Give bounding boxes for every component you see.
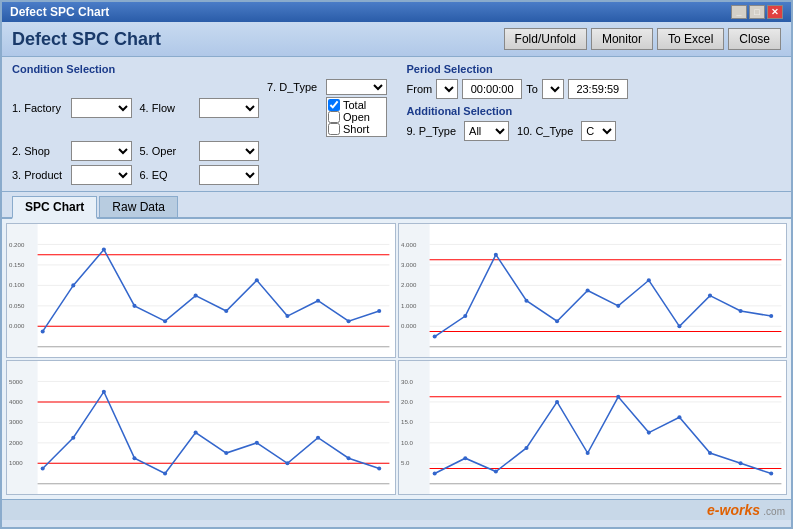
svg-rect-0 <box>7 224 395 357</box>
factory-select[interactable] <box>71 98 132 118</box>
chart-svg-3: 5000 4000 3000 2000 1000 <box>7 361 395 494</box>
tab-raw-data[interactable]: Raw Data <box>99 196 178 217</box>
flow-select[interactable] <box>199 98 260 118</box>
flow-label: 4. Flow <box>140 102 195 114</box>
chart-svg-4: 30.0 20.0 15.0 10.0 5.0 <box>399 361 787 494</box>
svg-point-43 <box>585 288 589 292</box>
svg-text:10.0: 10.0 <box>401 439 413 446</box>
svg-text:3000: 3000 <box>9 418 23 425</box>
svg-point-41 <box>524 299 528 303</box>
short-label: Short <box>343 123 369 135</box>
svg-point-68 <box>102 390 106 394</box>
title-bar-text: Defect SPC Chart <box>10 5 109 19</box>
product-select[interactable] <box>71 165 132 185</box>
svg-point-20 <box>347 319 351 323</box>
from-time-input[interactable] <box>462 79 522 99</box>
svg-point-70 <box>163 471 167 475</box>
svg-text:1000: 1000 <box>9 459 23 466</box>
oper-row: 5. Oper <box>140 141 260 161</box>
svg-point-74 <box>285 461 289 465</box>
period-content: From To Additional Selection 9. P_Type A… <box>407 79 782 141</box>
svg-rect-84 <box>399 361 787 494</box>
window-title: Defect SPC Chart <box>12 29 161 50</box>
svg-point-47 <box>707 294 711 298</box>
svg-point-44 <box>616 304 620 308</box>
oper-label: 5. Oper <box>140 145 195 157</box>
dtype-select[interactable] <box>326 79 387 95</box>
condition-section-label: Condition Selection <box>12 63 387 75</box>
ctype-select[interactable]: C <box>581 121 616 141</box>
svg-rect-28 <box>399 224 787 357</box>
flow-row: 4. Flow <box>140 79 260 137</box>
minimize-button[interactable]: _ <box>731 5 747 19</box>
total-checkbox[interactable] <box>328 99 340 111</box>
to-dropdown[interactable] <box>542 79 564 99</box>
charts-area: 0.200 0.150 0.100 0.050 0.000 <box>2 219 791 499</box>
open-checkbox[interactable] <box>328 111 340 123</box>
eq-label: 6. EQ <box>140 169 195 181</box>
svg-point-98 <box>555 400 559 404</box>
svg-point-40 <box>493 253 497 257</box>
svg-text:0.050: 0.050 <box>9 302 25 309</box>
svg-point-11 <box>71 283 75 287</box>
ptype-label: 9. P_Type <box>407 125 457 137</box>
close-button[interactable]: ✕ <box>767 5 783 19</box>
chart-svg-1: 0.200 0.150 0.100 0.050 0.000 <box>7 224 395 357</box>
svg-point-10 <box>41 329 45 333</box>
svg-point-16 <box>224 309 228 313</box>
svg-point-48 <box>738 309 742 313</box>
factory-row: 1. Factory <box>12 79 132 137</box>
main-window: Defect SPC Chart _ □ ✕ Defect SPC Chart … <box>0 0 793 529</box>
svg-text:1.000: 1.000 <box>401 302 417 309</box>
eq-select[interactable] <box>199 165 260 185</box>
shop-row: 2. Shop <box>12 141 132 161</box>
svg-point-77 <box>377 466 381 470</box>
svg-point-102 <box>677 415 681 419</box>
svg-point-66 <box>41 466 45 470</box>
svg-text:4.000: 4.000 <box>401 240 417 247</box>
short-checkbox[interactable] <box>328 123 340 135</box>
chart-panel-1: 0.200 0.150 0.100 0.050 0.000 <box>6 223 396 358</box>
open-checkbox-row: Open <box>328 111 385 123</box>
close-window-button[interactable]: Close <box>728 28 781 50</box>
svg-point-18 <box>285 314 289 318</box>
to-time-input[interactable] <box>568 79 628 99</box>
svg-point-21 <box>377 309 381 313</box>
title-bar: Defect SPC Chart _ □ ✕ <box>2 2 791 22</box>
fold-unfold-button[interactable]: Fold/Unfold <box>504 28 587 50</box>
oper-select[interactable] <box>199 141 260 161</box>
svg-point-46 <box>677 324 681 328</box>
svg-point-101 <box>646 431 650 435</box>
ptype-select[interactable]: All <box>464 121 509 141</box>
from-label: From <box>407 83 433 95</box>
svg-text:0.000: 0.000 <box>401 322 417 329</box>
period-from-row: From To <box>407 79 782 99</box>
period-section: Period Selection From To Additional Sele… <box>407 63 782 185</box>
maximize-button[interactable]: □ <box>749 5 765 19</box>
eworks-sub: .com <box>763 506 785 517</box>
monitor-button[interactable]: Monitor <box>591 28 653 50</box>
eq-row: 6. EQ <box>140 165 260 185</box>
svg-point-75 <box>316 436 320 440</box>
svg-point-19 <box>316 299 320 303</box>
chart-panel-2: 4.000 3.000 2.000 1.000 0.000 <box>398 223 788 358</box>
ctype-label: 10. C_Type <box>517 125 573 137</box>
svg-point-94 <box>432 471 436 475</box>
svg-text:5.0: 5.0 <box>401 459 410 466</box>
title-bar-buttons: _ □ ✕ <box>731 5 783 19</box>
tab-spc-chart[interactable]: SPC Chart <box>12 196 97 219</box>
to-label: To <box>526 83 538 95</box>
svg-point-39 <box>463 314 467 318</box>
tabs-bar: SPC Chart Raw Data <box>2 192 791 219</box>
condition-section: Condition Selection 1. Factory 4. Flow 7… <box>12 63 387 185</box>
chart-svg-2: 4.000 3.000 2.000 1.000 0.000 <box>399 224 787 357</box>
svg-text:4000: 4000 <box>9 398 23 405</box>
to-excel-button[interactable]: To Excel <box>657 28 724 50</box>
from-dropdown[interactable] <box>436 79 458 99</box>
svg-text:15.0: 15.0 <box>401 418 413 425</box>
svg-point-38 <box>432 334 436 338</box>
window-header: Defect SPC Chart Fold/Unfold Monitor To … <box>2 22 791 57</box>
shop-select[interactable] <box>71 141 132 161</box>
svg-text:0.000: 0.000 <box>9 322 25 329</box>
svg-point-14 <box>163 319 167 323</box>
